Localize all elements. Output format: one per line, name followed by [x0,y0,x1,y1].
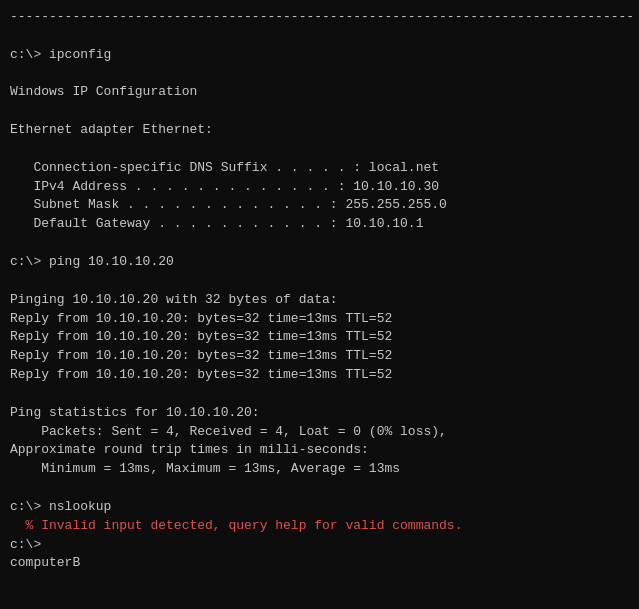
line-eth-adapter: Ethernet adapter Ethernet: [10,121,629,140]
line-blank1 [10,27,629,46]
line-win-ip-config: Windows IP Configuration [10,83,629,102]
line-computername: computerB [10,554,629,573]
line-min-max: Minimum = 13ms, Maximum = 13ms, Average … [10,460,629,479]
line-reply4: Reply from 10.10.10.20: bytes=32 time=13… [10,366,629,385]
line-reply3: Reply from 10.10.10.20: bytes=32 time=13… [10,347,629,366]
line-cmd-ipconfig: c:\> ipconfig [10,46,629,65]
line-prompt: c:\> [10,536,629,555]
line-ipv4-addr: IPv4 Address . . . . . . . . . . . . . :… [10,178,629,197]
line-ping-stats: Ping statistics for 10.10.10.20: [10,404,629,423]
line-reply2: Reply from 10.10.10.20: bytes=32 time=13… [10,328,629,347]
separator-line: ----------------------------------------… [10,8,629,27]
line-blank3 [10,102,629,121]
line-reply1: Reply from 10.10.10.20: bytes=32 time=13… [10,310,629,329]
line-blank2 [10,65,629,84]
line-cmd-nslookup: c:\> nslookup [10,498,629,517]
line-blank8 [10,479,629,498]
line-default-gw: Default Gateway . . . . . . . . . . . : … [10,215,629,234]
line-error-msg: % Invalid input detected, query help for… [10,517,629,536]
line-blank5 [10,234,629,253]
line-dns-suffix: Connection-specific DNS Suffix . . . . .… [10,159,629,178]
line-packets: Packets: Sent = 4, Received = 4, Loat = … [10,423,629,442]
line-blank6 [10,272,629,291]
line-cmd-ping: c:\> ping 10.10.10.20 [10,253,629,272]
line-pinging: Pinging 10.10.10.20 with 32 bytes of dat… [10,291,629,310]
line-subnet-mask: Subnet Mask . . . . . . . . . . . . . : … [10,196,629,215]
line-blank7 [10,385,629,404]
line-approx: Approximate round trip times in milli-se… [10,441,629,460]
terminal-window: ----------------------------------------… [0,0,639,609]
line-blank4 [10,140,629,159]
